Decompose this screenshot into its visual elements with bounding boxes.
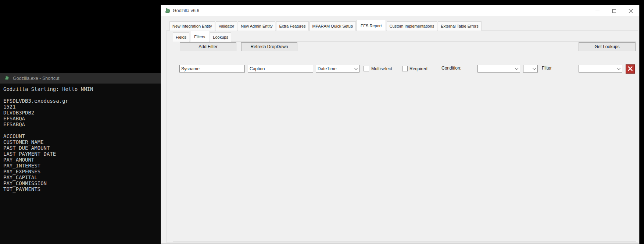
sysname-input[interactable] xyxy=(179,65,245,73)
close-icon[interactable] xyxy=(625,7,636,15)
add-filter-button[interactable]: Add Filter xyxy=(180,42,236,51)
subtab-lookups[interactable]: Lookups xyxy=(210,32,231,42)
window-titlebar[interactable]: Godzilla v6.6 xyxy=(161,5,639,16)
condition-dropdown[interactable] xyxy=(477,65,520,73)
console-title: Godzilla.exe - Shortcut xyxy=(13,76,59,81)
tab-custom-implementations[interactable]: Custom Implementations xyxy=(387,21,437,31)
console-body: Godzilla Starting: Hello NMIN EFSDLVDB3.… xyxy=(0,84,161,244)
type-dropdown[interactable]: DateTime xyxy=(316,65,359,73)
tab-validator[interactable]: Validator xyxy=(216,21,237,31)
subtab-fields[interactable]: Fields xyxy=(173,32,189,42)
required-checkbox[interactable] xyxy=(402,66,408,71)
godzilla-icon xyxy=(4,75,10,82)
minimize-icon[interactable] xyxy=(592,7,603,15)
type-dropdown-value: DateTime xyxy=(316,66,353,71)
console-titlebar[interactable]: Godzilla.exe - Shortcut xyxy=(0,73,161,84)
multiselect-checkbox[interactable] xyxy=(364,66,369,71)
desktop: Godzilla.exe - Shortcut Godzilla Startin… xyxy=(0,0,644,244)
tab-mparam-quick-setup[interactable]: MPARAM Quick Setup xyxy=(310,21,356,31)
condition-dropdown-small[interactable] xyxy=(523,65,538,73)
chevron-down-icon xyxy=(531,67,537,70)
delete-filter-button[interactable] xyxy=(626,64,635,74)
godzilla-icon xyxy=(165,7,171,15)
tab-extra-features[interactable]: Extra Features xyxy=(276,21,308,31)
caption-input[interactable] xyxy=(248,65,313,73)
main-tab-strip: New Integration Entity Validator New Adm… xyxy=(169,21,482,31)
condition-label: Condition: xyxy=(441,66,461,71)
multiselect-label: Multiselect xyxy=(371,66,392,71)
red-x-icon xyxy=(628,66,633,73)
tab-external-table-errors[interactable]: External Table Errors xyxy=(438,21,482,31)
filter-label: Filter xyxy=(542,66,552,71)
chevron-down-icon xyxy=(513,67,520,70)
tab-efs-report[interactable]: EFS Report xyxy=(357,20,386,31)
filter-dropdown[interactable] xyxy=(579,65,622,73)
tab-new-integration-entity[interactable]: New Integration Entity xyxy=(169,21,215,31)
efs-report-sub-tab-strip: Fields Filters Lookups xyxy=(173,32,231,42)
chevron-down-icon xyxy=(353,67,359,70)
subtab-filters[interactable]: Filters xyxy=(190,31,209,42)
tab-new-admin-entity[interactable]: New Admin Entity xyxy=(238,21,275,31)
console-window: Godzilla.exe - Shortcut Godzilla Startin… xyxy=(0,73,161,244)
console-output: Godzilla Starting: Hello NMIN EFSDLVDB3.… xyxy=(0,84,161,192)
refresh-dropdown-button[interactable]: Refresh DropDown xyxy=(241,42,297,51)
chevron-down-icon xyxy=(615,67,622,70)
required-label: Required xyxy=(409,66,427,71)
maximize-icon[interactable] xyxy=(609,7,620,15)
godzilla-window: Godzilla v6.6 New Integration Entity Val… xyxy=(161,5,640,244)
window-title: Godzilla v6.6 xyxy=(173,8,199,13)
get-lookups-button[interactable]: Get Lookups xyxy=(579,42,636,51)
